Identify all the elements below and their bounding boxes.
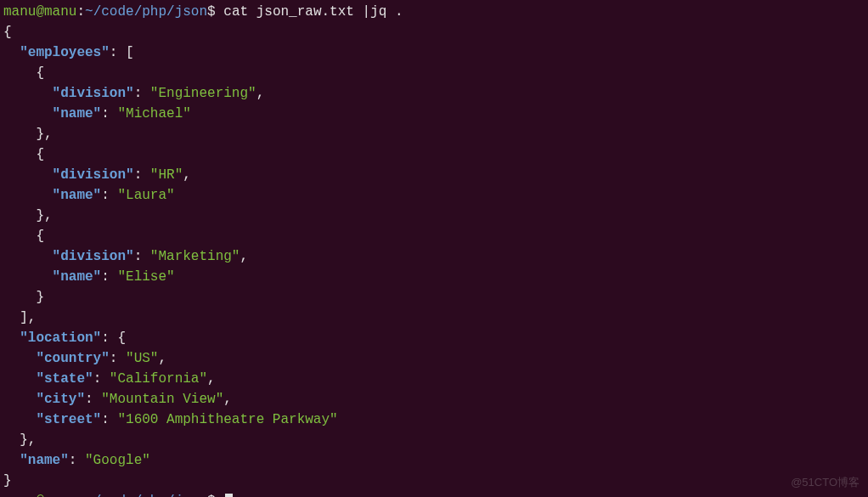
json-line: "name": "Elise" [3,267,865,287]
json-line: "location": { [3,328,865,348]
json-key-division: "division" [53,167,134,183]
json-value: "Mountain View" [101,392,223,407]
json-value: "1600 Amphitheatre Parkway" [117,412,337,427]
json-line: "name": "Laura" [3,185,865,206]
json-value: "Google" [85,453,150,468]
prompt-colon: : [76,494,85,497]
prompt-colon: : [76,4,85,20]
prompt-line-2[interactable]: manu@manu:~/code/php/json$ [3,491,865,497]
prompt-path: ~/code/php/json [85,494,207,497]
json-key-name: "name" [53,106,102,121]
json-value: "HR" [150,167,183,183]
json-line: } [3,471,865,491]
json-value: "Laura" [117,188,174,203]
cursor-icon [225,494,233,497]
json-value: "Engineering" [150,86,256,101]
json-line: "division": "Engineering", [3,83,865,104]
prompt-path: ~/code/php/json [85,4,207,20]
json-key-name: "name" [53,188,102,203]
json-line: "street": "1600 Amphitheatre Parkway" [3,409,865,430]
command-text [216,4,224,20]
watermark-text: @51CTO博客 [791,474,860,491]
json-value: "US" [126,351,158,366]
json-value: "Marketing" [150,249,240,264]
json-line: }, [3,124,865,144]
json-key-state: "state" [36,371,93,387]
json-line: "country": "US", [3,348,865,369]
terminal-output: manu@manu:~/code/php/json$ cat json_raw.… [3,2,865,497]
prompt-line-1[interactable]: manu@manu:~/code/php/json$ cat json_raw.… [3,2,865,22]
json-key-division: "division" [53,86,134,101]
json-key-name: "name" [20,453,69,468]
prompt-dollar: $ [207,4,216,20]
command-text: cat json_raw.txt |jq . [223,4,403,20]
json-line: "name": "Michael" [3,104,865,124]
prompt-dollar: $ [207,494,216,497]
json-line: "employees": [ [3,42,865,63]
json-key-division: "division" [53,249,134,264]
json-key-name: "name" [53,269,102,285]
json-line: { [3,226,865,246]
json-line: ], [3,308,865,328]
json-key-street: "street" [36,412,101,427]
json-line: }, [3,206,865,226]
json-line: "division": "HR", [3,165,865,185]
json-line: { [3,144,865,165]
prompt-user: manu@manu [3,494,76,497]
json-line: { [3,63,865,83]
json-value: "Michael" [117,106,190,121]
json-value: "California" [110,371,207,387]
json-line: "city": "Mountain View", [3,389,865,409]
json-line: "division": "Marketing", [3,246,865,267]
json-line: { [3,22,865,42]
json-key-location: "location" [20,330,101,346]
json-line: }, [3,430,865,450]
prompt-user: manu@manu [3,4,76,20]
json-line: "name": "Google" [3,450,865,471]
json-key-country: "country" [36,351,109,366]
json-line: } [3,287,865,308]
json-key-employees: "employees" [20,45,110,60]
json-value: "Elise" [117,269,174,285]
json-key-city: "city" [36,392,85,407]
json-line: "state": "California", [3,369,865,389]
